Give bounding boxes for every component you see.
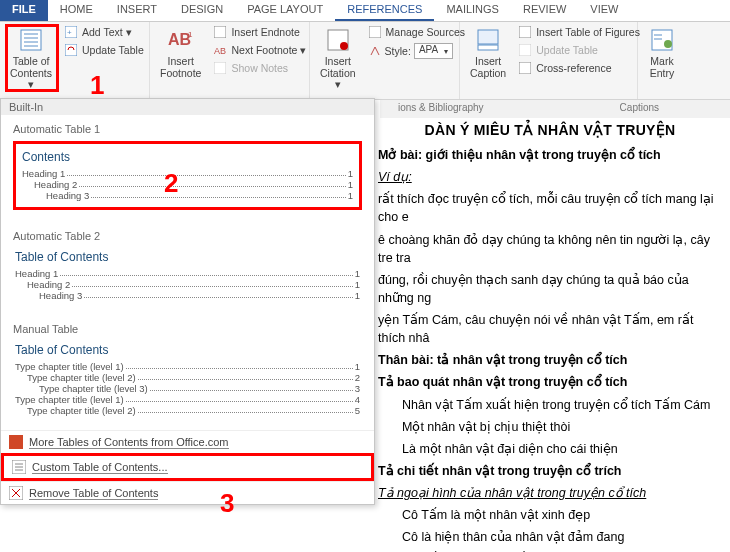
- doc-vidu: Ví dụ:: [378, 168, 722, 186]
- add-text-button[interactable]: +Add Text ▾: [62, 24, 146, 40]
- insert-citation-label: Insert Citation ▾: [320, 56, 356, 91]
- auto-table-2[interactable]: Automatic Table 2 Table of Contents Head…: [1, 222, 374, 315]
- insert-endnote-button[interactable]: Insert Endnote: [211, 24, 308, 40]
- auto2-title: Table of Contents: [15, 250, 360, 264]
- auto1-h3: Heading 3: [46, 190, 89, 201]
- doc-p3: đúng, rồi chuyện thạch sanh dạy chúng ta…: [378, 271, 722, 307]
- update-table-label: Update Table: [82, 44, 144, 56]
- dropdown-section-builtin: Built-In: [1, 99, 374, 115]
- insert-caption-button[interactable]: Insert Caption: [464, 24, 512, 81]
- manual-title: Table of Contents: [15, 343, 360, 357]
- insert-footnote-label: Insert Footnote: [160, 56, 201, 79]
- add-text-icon: +: [64, 25, 78, 39]
- auto2-p3: 1: [355, 290, 360, 301]
- tab-home[interactable]: HOME: [48, 0, 105, 21]
- insert-table-of-figures-button[interactable]: Insert Table of Figures: [516, 24, 642, 40]
- insert-caption-label: Insert Caption: [470, 56, 506, 79]
- doc-c2: Cô là hiện thân của nhân vật đảm đang: [402, 528, 722, 546]
- tab-page-layout[interactable]: PAGE LAYOUT: [235, 0, 335, 21]
- insert-citation-button[interactable]: Insert Citation ▾: [314, 24, 362, 93]
- mark-entry-button[interactable]: Mark Entry: [642, 24, 682, 81]
- caption-icon: [474, 26, 502, 54]
- annotation-3: 3: [220, 488, 234, 519]
- more-tables-office[interactable]: More Tables of Contents from Office.com: [1, 430, 374, 453]
- remove-table-of-contents[interactable]: Remove Table of Contents: [1, 481, 374, 504]
- manage-sources-button[interactable]: Manage Sources: [366, 24, 467, 40]
- doc-heading-ng: Tả ngoại hình của nhân vật trong truyện …: [378, 484, 722, 502]
- svg-rect-15: [369, 26, 381, 38]
- update-table-icon: [64, 43, 78, 57]
- toc-dropdown: Built-In Automatic Table 1 Contents Head…: [0, 98, 375, 505]
- tab-file[interactable]: FILE: [0, 0, 48, 21]
- doc-b3: Là một nhân vật đại diện cho cái thiện: [402, 440, 722, 458]
- auto2-p1: 1: [355, 268, 360, 279]
- doc-heading-body: Thân bài: tả nhân vật trong truyện cổ tí…: [378, 351, 722, 369]
- tab-bar: FILE HOME INSERT DESIGN PAGE LAYOUT REFE…: [0, 0, 730, 22]
- next-footnote-icon: AB: [213, 43, 227, 57]
- doc-p4: yện Tấm Cám, câu chuyện nói về nhân vật …: [378, 311, 722, 347]
- tab-design[interactable]: DESIGN: [169, 0, 235, 21]
- man-p1: 1: [355, 361, 360, 372]
- auto2-h1: Heading 1: [15, 268, 58, 279]
- auto-table-1[interactable]: Automatic Table 1 Contents Heading 11 He…: [1, 115, 374, 222]
- crossref-label: Cross-reference: [536, 62, 611, 74]
- tab-mailings[interactable]: MAILINGS: [434, 0, 511, 21]
- doc-title: DÀN Ý MIÊU TẢ NHÂN VẬT TRUYỆN: [378, 122, 722, 138]
- mark-entry-label: Mark Entry: [650, 56, 675, 79]
- show-notes-button[interactable]: Show Notes: [211, 60, 308, 76]
- tof-icon: [518, 25, 532, 39]
- doc-p1: rất thích đọc truyện cổ tích, mỗi câu tr…: [378, 190, 722, 226]
- annotation-1: 1: [90, 70, 104, 101]
- man-t5: Type chapter title (level 2): [27, 405, 136, 416]
- auto1-h1: Heading 1: [22, 168, 65, 179]
- svg-point-14: [340, 42, 348, 50]
- svg-point-24: [664, 40, 672, 48]
- next-footnote-label: Next Footnote ▾: [231, 44, 306, 56]
- svg-rect-25: [9, 435, 23, 449]
- next-footnote-button[interactable]: ABNext Footnote ▾: [211, 42, 308, 58]
- update-table-button[interactable]: Update Table: [62, 42, 146, 58]
- svg-rect-18: [519, 26, 531, 38]
- document-body: DÀN Ý MIÊU TẢ NHÂN VẬT TRUYỆN Mở bài: gi…: [378, 122, 730, 552]
- manual-table-label: Manual Table: [13, 323, 362, 335]
- auto1-p1: 1: [348, 168, 353, 179]
- tab-insert[interactable]: INSERT: [105, 0, 169, 21]
- man-t4: Type chapter title (level 1): [15, 394, 124, 405]
- table-of-contents-button[interactable]: Table of Contents ▾: [4, 24, 58, 93]
- man-t1: Type chapter title (level 1): [15, 361, 124, 372]
- manage-sources-label: Manage Sources: [386, 26, 465, 38]
- endnote-icon: [213, 25, 227, 39]
- auto-table-2-label: Automatic Table 2: [13, 230, 362, 242]
- tab-review[interactable]: REVIEW: [511, 0, 578, 21]
- auto1-p3: 1: [348, 190, 353, 201]
- svg-rect-12: [214, 62, 226, 74]
- man-t3: Type chapter title (level 3): [39, 383, 148, 394]
- svg-rect-19: [519, 44, 531, 56]
- tof-label: Insert Table of Figures: [536, 26, 640, 38]
- svg-rect-10: [214, 26, 226, 38]
- auto-table-1-label: Automatic Table 1: [13, 123, 362, 135]
- auto1-p2: 1: [348, 179, 353, 190]
- tab-view[interactable]: VIEW: [578, 0, 630, 21]
- svg-rect-17: [478, 45, 498, 50]
- svg-text:AB: AB: [214, 46, 226, 56]
- svg-rect-20: [519, 62, 531, 74]
- toc-icon: [17, 26, 45, 54]
- doc-heading-chi: Tả chi tiết nhân vật trong truyện cổ trí…: [378, 462, 722, 480]
- custom-table-of-contents[interactable]: Custom Table of Contents...: [1, 453, 374, 481]
- tab-references[interactable]: REFERENCES: [335, 0, 434, 21]
- man-t2: Type chapter title (level 2): [27, 372, 136, 383]
- manual-table[interactable]: Manual Table Table of Contents Type chap…: [1, 315, 374, 430]
- style-select-row: Style: APA ▾: [366, 42, 467, 60]
- doc-heading-intro: Mở bài: giới thiệu nhân vật trong truyện…: [378, 146, 722, 164]
- cross-reference-button[interactable]: Cross-reference: [516, 60, 642, 76]
- custom-toc-label: Custom Table of Contents...: [32, 461, 168, 474]
- insert-footnote-button[interactable]: AB1 Insert Footnote: [154, 24, 207, 81]
- update-table-captions-button[interactable]: Update Table: [516, 42, 642, 58]
- ribbon-group-labels: ions & Bibliography Captions: [380, 100, 730, 118]
- auto1-title: Contents: [22, 150, 353, 164]
- auto2-h2: Heading 2: [27, 279, 70, 290]
- auto2-h3: Heading 3: [39, 290, 82, 301]
- update-captions-icon: [518, 43, 532, 57]
- add-text-label: Add Text ▾: [82, 26, 132, 38]
